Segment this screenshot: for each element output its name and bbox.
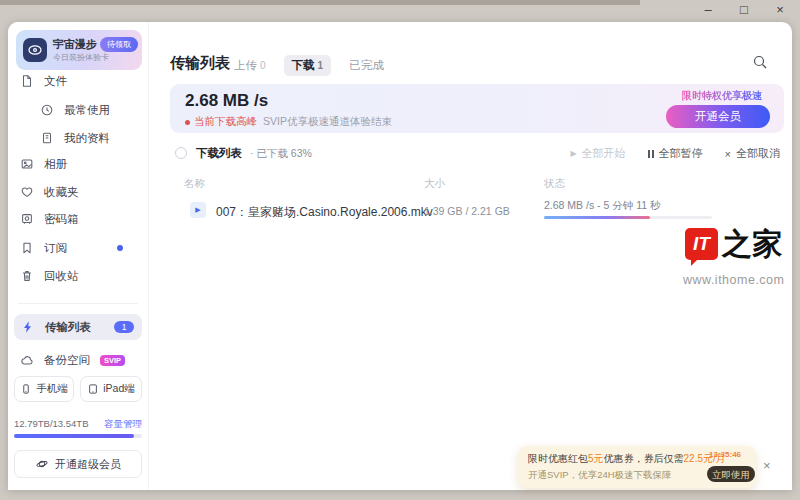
sidebar-item-label: 回收站 bbox=[44, 269, 79, 284]
notebook-icon bbox=[40, 131, 54, 145]
pause-all-button[interactable]: 全部暂停 bbox=[648, 146, 703, 161]
tab-download[interactable]: 下载1 bbox=[284, 55, 332, 76]
storage-usage: 12.79TB/13.54TB 容量管理 bbox=[14, 418, 142, 429]
sidebar-item-label: 文件 bbox=[44, 74, 67, 89]
download-status: 2.68 MB /s - 5 分钟 11 秒 bbox=[544, 199, 661, 213]
storage-usage-text: 12.79TB/13.54TB bbox=[14, 418, 88, 429]
cloud-icon bbox=[20, 353, 34, 367]
ithome-watermark: IT 之家 www.ithome.com bbox=[677, 224, 792, 290]
phone-icon bbox=[20, 383, 32, 395]
sidebar-item-recent[interactable]: 最常使用 bbox=[8, 98, 148, 122]
file-icon bbox=[20, 74, 34, 88]
sidebar-item-vault[interactable]: 密码箱 bbox=[8, 207, 148, 231]
column-header-size: 大小 bbox=[424, 177, 445, 191]
profile-card[interactable]: 宇宙漫步 今日装扮体验卡 待领取 bbox=[16, 30, 142, 70]
sidebar: 宇宙漫步 今日装扮体验卡 待领取 文件 最常使用 我的资料 相册 收藏夹 密码箱 bbox=[8, 22, 149, 490]
promo-close-icon[interactable]: × bbox=[763, 458, 771, 473]
promo-line1: 限时优惠红包5元优惠券，券后仅需22.5元/月 bbox=[528, 452, 726, 466]
column-header-status: 状态 bbox=[544, 177, 565, 191]
phone-client-button[interactable]: 手机端 bbox=[14, 376, 74, 402]
sidebar-item-files[interactable]: 文件 bbox=[8, 69, 148, 93]
app-window: 宇宙漫步 今日装扮体验卡 待领取 文件 最常使用 我的资料 相册 收藏夹 密码箱 bbox=[8, 22, 792, 490]
notification-dot bbox=[117, 245, 123, 251]
tab-completed[interactable]: 已完成 bbox=[341, 55, 392, 76]
bookmark-icon bbox=[20, 241, 34, 255]
sidebar-item-transfer-list[interactable]: 传输列表 1 bbox=[14, 314, 142, 340]
promo-banner: 限时优惠红包5元优惠券，券后仅需22.5元/月 开通SVIP，优享24H极速下载… bbox=[518, 446, 756, 488]
sidebar-item-favorites[interactable]: 收藏夹 bbox=[8, 180, 148, 204]
sidebar-item-label: 收藏夹 bbox=[44, 185, 79, 200]
close-button[interactable]: × bbox=[772, 1, 788, 19]
sidebar-item-label: 传输列表 bbox=[45, 320, 91, 335]
promo-countdown: 13:35:46 bbox=[709, 450, 741, 459]
downloaded-percent: · 已下载 63% bbox=[250, 147, 312, 161]
row-progress-fill bbox=[544, 216, 650, 219]
app-logo-icon bbox=[23, 38, 47, 62]
heart-icon bbox=[20, 185, 34, 199]
svip-badge: SVIP bbox=[100, 355, 125, 366]
photo-icon bbox=[20, 157, 34, 171]
open-membership-button[interactable]: 开通会员 bbox=[666, 105, 770, 128]
minimize-button[interactable]: – bbox=[700, 1, 716, 19]
sidebar-item-label: 密码箱 bbox=[44, 212, 79, 227]
play-icon: ▶ bbox=[570, 149, 576, 158]
tab-upload[interactable]: 上传0 bbox=[226, 55, 274, 76]
start-all-button[interactable]: ▶ 全部开始 bbox=[570, 146, 625, 161]
download-speed: 2.68 MB /s bbox=[185, 91, 268, 111]
cancel-all-button[interactable]: × 全部取消 bbox=[725, 146, 780, 161]
ipad-client-label: iPad端 bbox=[103, 382, 135, 396]
theme-title: 宇宙漫步 bbox=[53, 37, 97, 52]
phone-client-label: 手机端 bbox=[36, 382, 68, 396]
use-now-button[interactable]: 立即使用 bbox=[707, 466, 755, 482]
storage-progress-track bbox=[14, 434, 142, 438]
cancel-icon: × bbox=[725, 148, 731, 160]
planet-icon bbox=[35, 457, 49, 471]
safe-icon bbox=[20, 212, 34, 226]
ithome-logo: IT bbox=[685, 228, 718, 260]
file-name: 007：皇家赌场.Casino.Royale.2006.mkv bbox=[216, 204, 433, 221]
sidebar-item-label: 相册 bbox=[44, 157, 67, 172]
peak-alert: 当前下载高峰 bbox=[194, 115, 257, 129]
select-all-checkbox[interactable] bbox=[175, 147, 187, 159]
ithome-logo-tail bbox=[691, 259, 698, 266]
upgrade-membership-button[interactable]: 开通超级会员 bbox=[14, 450, 142, 478]
svip-note: SVIP优享极速通道体验结束 bbox=[263, 115, 392, 129]
sidebar-divider bbox=[18, 303, 138, 304]
ipad-client-button[interactable]: iPad端 bbox=[80, 376, 142, 402]
claim-badge[interactable]: 待领取 bbox=[100, 37, 138, 52]
sidebar-item-label: 最常使用 bbox=[64, 103, 110, 118]
alert-dot-icon bbox=[185, 120, 190, 125]
tablet-icon bbox=[87, 383, 99, 395]
maximize-button[interactable]: □ bbox=[736, 1, 752, 19]
background-window-edge bbox=[0, 0, 640, 5]
speed-banner: 2.68 MB /s 当前下载高峰 SVIP优享极速通道体验结束 限时特权优享极… bbox=[170, 84, 784, 133]
sidebar-item-label: 我的资料 bbox=[64, 131, 110, 146]
sidebar-item-label: 订阅 bbox=[44, 241, 67, 256]
sidebar-item-backup[interactable]: 备份空间 SVIP bbox=[8, 348, 148, 372]
download-list-bar: 下载列表 · 已下载 63% ▶ 全部开始 全部暂停 × 全部取消 bbox=[170, 144, 784, 166]
transfer-tabs: 上传0 下载1 已完成 bbox=[226, 55, 392, 76]
resume-play-icon[interactable]: ▶ bbox=[190, 202, 206, 218]
download-list-title: 下载列表 bbox=[196, 146, 242, 161]
theme-subtitle: 今日装扮体验卡 bbox=[53, 52, 109, 63]
promo-caption: 限时特权优享极速 bbox=[682, 89, 762, 103]
sidebar-item-label: 备份空间 bbox=[44, 353, 90, 368]
transfer-count-badge: 1 bbox=[114, 321, 134, 333]
window-controls: – □ × bbox=[700, 1, 788, 19]
column-header-name: 名称 bbox=[184, 177, 205, 191]
file-size: 1.39 GB / 2.21 GB bbox=[424, 205, 510, 217]
storage-manage-link[interactable]: 容量管理 bbox=[104, 418, 142, 431]
clock-icon bbox=[40, 103, 54, 117]
lightning-icon bbox=[21, 320, 35, 334]
ithome-brand: 之家 bbox=[722, 224, 782, 265]
sidebar-item-albums[interactable]: 相册 bbox=[8, 152, 148, 176]
search-icon[interactable] bbox=[752, 54, 768, 70]
sidebar-item-trash[interactable]: 回收站 bbox=[8, 264, 148, 288]
storage-progress-fill bbox=[14, 434, 134, 438]
pause-icon bbox=[648, 150, 654, 158]
trash-icon bbox=[20, 269, 34, 283]
sidebar-item-my-docs[interactable]: 我的资料 bbox=[8, 126, 148, 150]
row-progress-track bbox=[544, 216, 712, 219]
promo-line2: 开通SVIP，优享24H极速下载保障 bbox=[528, 469, 672, 482]
sidebar-item-subscriptions[interactable]: 订阅 bbox=[8, 236, 148, 260]
